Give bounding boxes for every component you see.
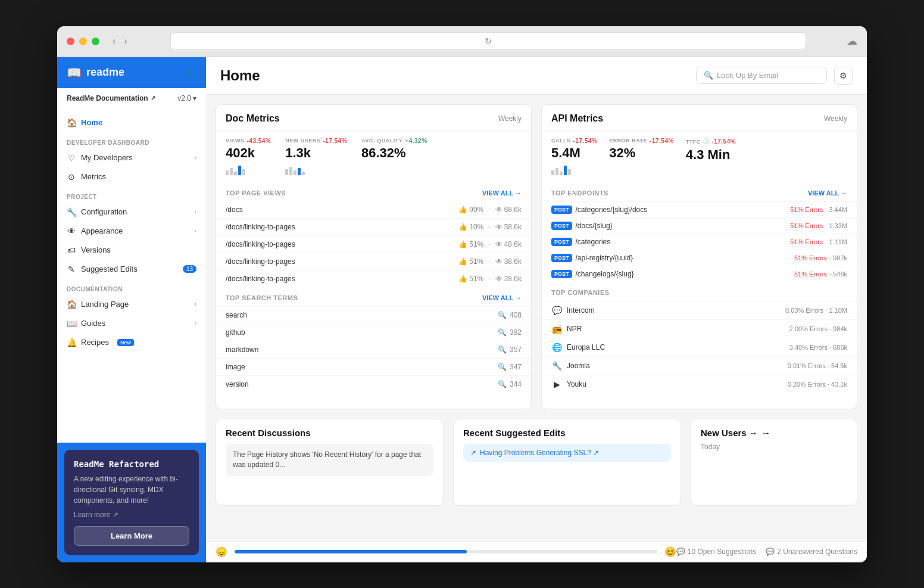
- settings-button[interactable]: ⚙: [834, 67, 853, 85]
- avg-quality-stat: AVG. QUALITY +4.32% 86.32%: [361, 138, 427, 175]
- close-button[interactable]: [67, 38, 74, 45]
- list-item: image 🔍 347: [216, 358, 531, 375]
- table-row: /docs/linking-to-pages 👍 51% · 👁 38.6k: [216, 253, 531, 270]
- intercom-logo: 💬: [551, 305, 562, 316]
- post-badge: POST: [551, 238, 572, 246]
- main-content: Home 🔍 Look Up By Email ⚙ Doc Metrics We…: [206, 57, 867, 562]
- sidebar-item-home[interactable]: 🏠 Home: [57, 113, 206, 132]
- titlebar: ‹ › ↻ ☁: [57, 26, 867, 57]
- views-stat: VIEWS -43.54% 402k: [226, 138, 271, 175]
- forward-button[interactable]: ›: [121, 35, 129, 48]
- logo-text: readme: [86, 66, 124, 79]
- new-users-change: -17.54%: [323, 138, 347, 144]
- sidebar-item-configuration[interactable]: 🔧 Configuration ›: [57, 203, 206, 222]
- api-stats: CALLS -17.54% 5.4M: [542, 130, 857, 182]
- page-views-view-all[interactable]: VIEW ALL →: [482, 189, 522, 197]
- external-link-icon: ↗: [151, 95, 155, 101]
- list-item: version 🔍 344: [216, 375, 531, 393]
- sidebar-project-row: ReadMe Documentation ↗ v2.0 ▾: [57, 88, 206, 108]
- sidebar-promo: ReadMe Refactored A new editing experien…: [64, 450, 199, 555]
- endpoints-view-all[interactable]: VIEW ALL →: [808, 189, 847, 197]
- sidebar-item-versions[interactable]: 🏷 Versions: [57, 241, 206, 260]
- unanswered-questions-status: 💬 2 Unanswered Questions: [766, 547, 857, 556]
- learn-more-button[interactable]: Learn More: [74, 526, 189, 546]
- npr-logo: 📻: [551, 323, 562, 334]
- sidebar-item-developers-label: My Developers: [81, 153, 133, 162]
- chevron-right-icon: ›: [195, 154, 196, 161]
- configuration-icon: 🔧: [67, 207, 76, 217]
- chevron-right-icon-guides: ›: [195, 320, 196, 326]
- sidebar-nav: 🏠 Home DEVELOPER DASHBOARD ♡ My Develope…: [57, 108, 206, 443]
- table-row: ▶ Youku 0.20% Errors · 43.1k: [542, 375, 857, 393]
- promo-learn-more-link[interactable]: Learn more ↗: [74, 511, 189, 519]
- new-users-card: New Users → → Today: [691, 419, 857, 505]
- promo-title: ReadMe Refactored: [74, 459, 189, 469]
- calls-stat: CALLS -17.54% 5.4M: [551, 138, 597, 175]
- discussion-item: The Page History shows 'No Recent Histor…: [226, 444, 433, 476]
- top-companies-label: TOP COMPANIES: [551, 289, 610, 296]
- post-badge: POST: [551, 270, 572, 278]
- search-icon: 🔍: [704, 71, 713, 80]
- unanswered-text: 2 Unanswered Questions: [777, 547, 857, 556]
- chevron-right-icon-appearance: ›: [195, 228, 196, 234]
- error-rate-stat: ERROR RATE -17.54% 32%: [609, 138, 674, 175]
- table-row: 🌐 Europa LLC 3.40% Errors · 686k: [542, 338, 857, 356]
- new-users-title: New Users → →: [701, 428, 847, 438]
- sidebar-item-my-developers[interactable]: ♡ My Developers ›: [57, 148, 206, 167]
- top-endpoints-label: TOP ENDPOINTS: [551, 189, 608, 197]
- sidebar-item-guides[interactable]: 📖 Guides ›: [57, 314, 206, 333]
- developers-icon: ♡: [67, 153, 76, 163]
- list-item: github 🔍 392: [216, 323, 531, 341]
- sidebar-item-configuration-label: Configuration: [81, 207, 127, 216]
- top-search-label: TOP SEARCH TERMS: [226, 294, 298, 301]
- recipes-badge: New: [117, 339, 134, 346]
- sidebar-item-landing-page[interactable]: 🏠 Landing Page ›: [57, 295, 206, 314]
- joomla-logo: 🔧: [551, 360, 562, 371]
- top-page-views-label: TOP PAGE VIEWS: [226, 189, 286, 197]
- views-change: -43.54%: [247, 138, 271, 144]
- minimize-button[interactable]: [79, 38, 87, 45]
- list-item: search 🔍 408: [216, 306, 531, 323]
- chevron-right-icon-landing: ›: [195, 301, 196, 307]
- recent-edits-card: Recent Suggested Edits ↗ Having Problems…: [453, 419, 681, 505]
- ttfc-change: -17.54%: [711, 138, 736, 145]
- project-name-text: ReadMe Documentation: [67, 94, 148, 102]
- appearance-icon: 👁: [67, 226, 76, 236]
- bottom-row: Recent Discussions The Page History show…: [216, 419, 857, 505]
- content-area: Doc Metrics Weekly VIEWS -43.54% 402k: [206, 95, 867, 541]
- today-label: Today: [701, 443, 847, 451]
- chevron-right-icon-config: ›: [195, 209, 196, 215]
- back-button[interactable]: ‹: [110, 35, 118, 48]
- search-box[interactable]: 🔍 Look Up By Email: [696, 67, 827, 84]
- companies-list: 💬 Intercom 0.03% Errors · 1.10M 📻 NPR 2.…: [542, 301, 857, 393]
- main-header: Home 🔍 Look Up By Email ⚙: [206, 57, 867, 95]
- guides-icon: 📖: [67, 319, 76, 328]
- home-icon: 🏠: [67, 118, 76, 127]
- search-view-all[interactable]: VIEW ALL →: [482, 294, 522, 301]
- maximize-button[interactable]: [92, 38, 99, 45]
- views-chart: [226, 163, 271, 175]
- table-row: 🔧 Joomla 0.01% Errors · 54.5k: [542, 356, 857, 375]
- version-selector[interactable]: v2.0 ▾: [177, 94, 196, 102]
- user-icon[interactable]: 👤: [183, 66, 196, 79]
- sidebar-item-suggested-edits[interactable]: ✎ Suggested Edits 13: [57, 260, 206, 279]
- sidebar-item-appearance[interactable]: 👁 Appearance ›: [57, 222, 206, 241]
- suggestion-icon: 💬: [676, 547, 685, 556]
- section-developer-label: DEVELOPER DASHBOARD: [57, 132, 206, 148]
- avg-quality-label: AVG. QUALITY +4.32%: [361, 138, 427, 144]
- chevron-down-icon: ▾: [193, 94, 196, 102]
- sidebar-item-recipes[interactable]: 🔔 Recipes New: [57, 333, 206, 352]
- landing-icon: 🏠: [67, 300, 76, 309]
- table-row: /docs/linking-to-pages 👍 10% · 👁 58.6k: [216, 218, 531, 235]
- search-placeholder: Look Up By Email: [717, 71, 778, 80]
- doc-metrics-period: Weekly: [498, 114, 522, 123]
- edit-item[interactable]: ↗ Having Problems Generating SSL? ↗: [463, 444, 671, 462]
- doc-metrics-header: Doc Metrics Weekly: [216, 105, 531, 130]
- sidebar-item-metrics[interactable]: ⊙ Metrics: [57, 167, 206, 186]
- table-row: /docs/linking-to-pages 👍 51% · 👁 28.6k: [216, 270, 531, 287]
- address-bar[interactable]: ↻: [170, 32, 806, 50]
- recent-discussions-card: Recent Discussions The Page History show…: [216, 419, 444, 505]
- views-value: 402k: [226, 145, 271, 161]
- sidebar-header: 📖 readme 👤: [57, 57, 206, 88]
- api-metrics-title: API Metrics: [551, 113, 603, 124]
